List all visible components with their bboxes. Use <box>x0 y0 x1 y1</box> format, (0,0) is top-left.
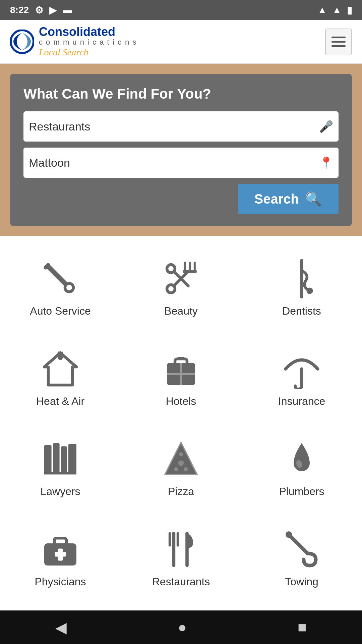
svg-point-14 <box>306 287 313 294</box>
logo-communications-text: c o m m u n i c a t i o n s <box>39 38 137 47</box>
heat-air-icon <box>40 349 80 389</box>
towing-icon <box>282 529 322 570</box>
search-magnifier-icon: 🔍 <box>305 191 322 207</box>
category-item-restaurants[interactable]: Restaurants <box>121 514 241 604</box>
search-box: What Can We Find For You? 🎤 📍 Search 🔍 <box>10 74 352 226</box>
search-title: What Can We Find For You? <box>23 86 339 102</box>
lawyers-icon <box>40 439 80 479</box>
physicians-icon <box>40 529 80 570</box>
category-grid: Auto Service Beauty <box>0 236 362 610</box>
category-label-beauty: Beauty <box>164 305 198 317</box>
insurance-icon <box>282 349 322 389</box>
search-button[interactable]: Search 🔍 <box>238 184 339 214</box>
category-label-auto-service: Auto Service <box>30 305 90 317</box>
plumbers-icon <box>282 439 322 479</box>
search-button-label: Search <box>254 192 299 207</box>
logo-local-search-text: Local Search <box>39 47 137 58</box>
pizza-icon <box>161 439 201 479</box>
svg-rect-41 <box>55 552 66 556</box>
svg-point-34 <box>174 467 178 471</box>
category-item-hotels[interactable]: Hotels <box>121 333 241 423</box>
svg-point-35 <box>184 467 188 471</box>
back-button[interactable]: ◀ <box>55 619 67 636</box>
category-label-dentists: Dentists <box>282 305 321 317</box>
category-label-physicians: Physicians <box>35 576 86 588</box>
svg-point-3 <box>66 285 72 290</box>
svg-rect-24 <box>178 357 184 360</box>
category-label-plumbers: Plumbers <box>279 485 324 498</box>
category-item-auto-service[interactable]: Auto Service <box>0 243 121 333</box>
svg-point-48 <box>286 531 292 538</box>
category-item-dentists[interactable]: Dentists <box>241 243 362 333</box>
auto-service-icon <box>40 259 80 299</box>
category-label-lawyers: Lawyers <box>40 485 80 498</box>
wifi-icon: ▲ <box>318 5 327 15</box>
search-query-row: 🎤 <box>23 111 339 142</box>
category-label-towing: Towing <box>285 576 318 588</box>
category-label-hotels: Hotels <box>166 395 196 408</box>
svg-point-33 <box>178 461 184 466</box>
svg-rect-26 <box>44 445 52 473</box>
category-label-insurance: Insurance <box>278 395 325 408</box>
svg-rect-27 <box>53 443 59 473</box>
search-query-input[interactable] <box>29 120 319 133</box>
logo-consolidated-text: Consolidated <box>39 26 137 38</box>
logo-icon <box>10 30 34 54</box>
logo-text-area: Consolidated c o m m u n i c a t i o n s… <box>39 26 137 57</box>
signal-icon: ▲ <box>332 5 342 15</box>
search-location-input[interactable] <box>29 156 319 169</box>
svg-rect-28 <box>61 446 67 473</box>
category-item-towing[interactable]: Towing <box>241 514 362 604</box>
microphone-icon[interactable]: 🎤 <box>319 120 333 133</box>
svg-point-36 <box>179 452 183 457</box>
search-location-row: 📍 <box>23 148 339 178</box>
hotels-icon <box>161 349 201 389</box>
header: Consolidated c o m m u n i c a t i o n s… <box>0 20 362 64</box>
battery-icon: ▮ <box>347 5 352 16</box>
menu-button[interactable] <box>325 29 352 55</box>
status-left: 8:22 ⚙ ▶ ▬ <box>10 5 72 16</box>
svg-rect-29 <box>68 444 76 473</box>
category-item-lawyers[interactable]: Lawyers <box>0 423 121 514</box>
restaurants-icon <box>161 529 201 570</box>
category-label-restaurants: Restaurants <box>152 576 210 588</box>
svg-marker-31 <box>165 442 197 475</box>
location-pin-icon[interactable]: 📍 <box>319 156 333 169</box>
status-right: ▲ ▲ ▮ <box>318 5 352 16</box>
category-label-pizza: Pizza <box>168 485 194 498</box>
svg-rect-12 <box>183 270 197 273</box>
play-icon: ▶ <box>49 5 57 16</box>
category-item-heat-air[interactable]: Heat & Air <box>0 333 121 423</box>
beauty-icon <box>161 259 201 299</box>
category-item-insurance[interactable]: Insurance <box>241 333 362 423</box>
recent-button[interactable]: ■ <box>298 619 307 636</box>
category-item-beauty[interactable]: Beauty <box>121 243 241 333</box>
category-item-pizza[interactable]: Pizza <box>121 423 241 514</box>
status-bar: 8:22 ⚙ ▶ ▬ ▲ ▲ ▮ <box>0 0 362 20</box>
svg-rect-39 <box>54 538 66 544</box>
gear-icon: ⚙ <box>35 5 43 16</box>
status-time: 8:22 <box>10 5 29 15</box>
sim-icon: ▬ <box>63 5 72 15</box>
logo-area: Consolidated c o m m u n i c a t i o n s… <box>10 26 137 57</box>
bottom-nav: ◀ ● ■ <box>0 610 362 644</box>
category-item-physicians[interactable]: Physicians <box>0 514 121 604</box>
svg-line-47 <box>290 535 308 553</box>
category-label-heat-air: Heat & Air <box>36 395 84 408</box>
home-button[interactable]: ● <box>178 619 187 636</box>
menu-lines-icon <box>331 37 346 47</box>
search-banner: What Can We Find For You? 🎤 📍 Search 🔍 <box>0 64 362 236</box>
category-item-plumbers[interactable]: Plumbers <box>241 423 362 514</box>
dentists-icon <box>282 259 322 299</box>
